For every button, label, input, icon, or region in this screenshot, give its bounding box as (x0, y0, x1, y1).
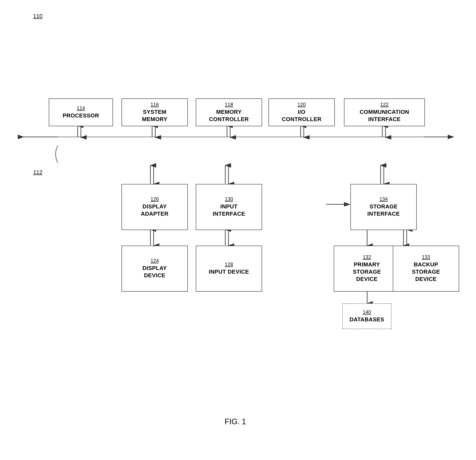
ref-116: 116 (151, 102, 159, 108)
box-storage-interface: 134 STORAGEINTERFACE (350, 184, 417, 230)
diagram-arrows (0, 0, 476, 460)
diagram: 110 (0, 0, 476, 460)
figure-label: FIG. 1 (193, 417, 278, 426)
ref-128: 128 (225, 262, 233, 267)
box-input-interface: 130 INPUTINTERFACE (196, 184, 262, 230)
label-input-interface: INPUTINTERFACE (213, 203, 245, 218)
label-io-controller: I/OCONTROLLER (282, 109, 322, 123)
label-processor: PROCESSOR (63, 112, 99, 119)
box-display-adapter: 126 DISPLAYADAPTER (121, 184, 188, 230)
label-display-adapter: DISPLAYADAPTER (141, 203, 168, 218)
ref-133: 133 (422, 254, 430, 260)
label-display-device: DISPLAYDEVICE (143, 265, 167, 279)
ref-124: 124 (151, 258, 159, 264)
box-communication-interface: 122 COMMUNICATIONINTERFACE (344, 98, 425, 126)
label-memory-controller: MEMORYCONTROLLER (209, 109, 249, 123)
box-primary-storage-device: 132 PRIMARYSTORAGEDEVICE (334, 246, 400, 292)
ref-112: 112 (33, 169, 42, 176)
ref-114: 114 (77, 105, 85, 111)
label-primary-storage-device: PRIMARYSTORAGEDEVICE (353, 261, 381, 283)
box-processor: 114 PROCESSOR (49, 98, 113, 126)
ref-118: 118 (225, 102, 233, 108)
label-system-memory: SYSTEMMEMORY (142, 109, 167, 123)
box-backup-storage-device: 133 BACKUPSTORAGEDEVICE (393, 246, 459, 292)
ref-134: 134 (380, 196, 388, 202)
ref-110: 110 (33, 13, 42, 19)
box-system-memory: 116 SYSTEMMEMORY (121, 98, 188, 126)
ref-132: 132 (363, 254, 371, 260)
ref-126: 126 (151, 196, 159, 202)
ref-120: 120 (298, 102, 306, 108)
box-memory-controller: 118 MEMORYCONTROLLER (196, 98, 262, 126)
ref-140: 140 (363, 309, 371, 315)
ref-130: 130 (225, 196, 233, 202)
ref-122: 122 (380, 102, 389, 108)
label-databases: DATABASES (349, 316, 384, 323)
box-display-device: 124 DISPLAYDEVICE (121, 246, 188, 292)
label-input-device: INPUT DEVICE (209, 268, 249, 276)
box-databases: 140 DATABASES (342, 303, 391, 329)
box-input-device: 128 INPUT DEVICE (196, 246, 262, 292)
label-backup-storage-device: BACKUPSTORAGEDEVICE (412, 261, 440, 283)
label-storage-interface: STORAGEINTERFACE (367, 203, 400, 218)
label-communication-interface: COMMUNICATIONINTERFACE (360, 109, 409, 123)
box-io-controller: 120 I/OCONTROLLER (269, 98, 335, 126)
